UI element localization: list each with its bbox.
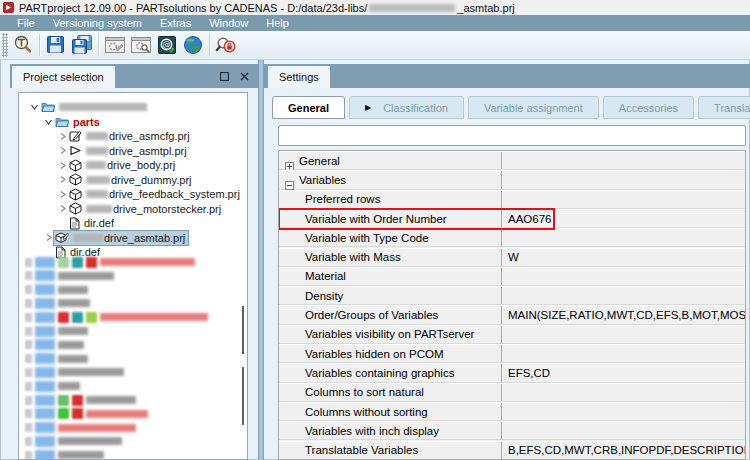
window-tools-icon[interactable] [102, 33, 128, 57]
save-all-icon[interactable] [69, 33, 95, 57]
property-row-translatable-variables[interactable]: Translatable VariablesB,EFS,CD,MWT,CRB,I… [279, 441, 745, 460]
property-value[interactable] [501, 268, 745, 285]
property-value[interactable] [501, 152, 745, 169]
property-value[interactable]: B,EFS,CD,MWT,CRB,INFOPDF,DESCRIPTION_LON… [501, 442, 745, 459]
property-value[interactable] [501, 287, 745, 304]
tab-translation[interactable]: Translation [698, 96, 750, 119]
tab-general[interactable]: General [272, 96, 345, 119]
redacted-mark [25, 313, 32, 322]
property-row-variables[interactable]: Variables [279, 170, 745, 189]
collapsed-chevron-icon[interactable] [57, 132, 68, 141]
property-value[interactable] [501, 384, 745, 401]
tree-item-redacted[interactable] [29, 100, 151, 114]
property-value[interactable] [501, 229, 745, 246]
redacted-mark [25, 396, 32, 405]
property-row-density[interactable]: Density [279, 286, 745, 305]
menu-item-window[interactable]: Window [200, 15, 257, 31]
tree-item-drive_body-prj[interactable]: drive_body.prj [57, 158, 178, 172]
search-secure-icon[interactable] [213, 33, 239, 57]
settings-tab[interactable]: Settings [268, 66, 330, 88]
globe-icon[interactable] [180, 33, 206, 57]
property-label: Variables [299, 171, 346, 188]
redacted-name-prefix [59, 103, 147, 111]
redacted-folder-icon [35, 270, 55, 281]
menu-item-extras[interactable]: Extras [151, 15, 200, 31]
tab-classification[interactable]: ▶Classification [349, 96, 464, 119]
folder-icon [55, 116, 69, 128]
tab-expand-arrow-icon[interactable]: ▶ [365, 103, 371, 112]
property-row-variable-with-mass[interactable]: Variable with MassW [279, 248, 745, 267]
collapsed-chevron-icon[interactable] [43, 233, 54, 242]
panel-splitter[interactable] [258, 60, 264, 460]
tab-variable-assignment[interactable]: Variable assignment [468, 96, 599, 119]
property-row-variables-visibility-on-partserver[interactable]: Variables visibility on PARTserver [279, 325, 745, 344]
tree-item-drive_asmtpl-prj[interactable]: drive_asmtpl.prj [57, 144, 190, 158]
tree-row-content[interactable]: drive_asmcfg.prj [68, 129, 193, 143]
collapsed-chevron-icon[interactable] [57, 175, 68, 184]
tree-row-content[interactable]: dir.def [68, 216, 117, 230]
search-project-icon[interactable] [10, 33, 36, 57]
menu-item-versioning-system[interactable]: Versioning system [44, 15, 151, 31]
tree-item-drive_dummy-prj[interactable]: drive_dummy.prj [57, 173, 195, 187]
menu-item-help[interactable]: Help [257, 15, 298, 31]
toolbar-grip[interactable] [2, 33, 8, 57]
property-row-variable-with-type-code[interactable]: Variable with Type Code [279, 228, 745, 247]
property-row-columns-without-sorting[interactable]: Columns without sorting [279, 402, 745, 421]
project-selection-tab[interactable]: Project selection [12, 66, 115, 88]
property-row-preferred-rows[interactable]: Preferred rows [279, 190, 745, 209]
property-row-order-groups-of-variables[interactable]: Order/Groups of VariablesMAIN(SIZE,RATIO… [279, 305, 745, 324]
tree-row-content[interactable]: drive_feedback_system.prj [68, 187, 243, 201]
collapsed-chevron-icon[interactable] [57, 190, 68, 199]
property-row-general[interactable]: General [279, 151, 745, 170]
empty-filter-field[interactable] [278, 125, 746, 146]
property-value[interactable]: AAO676 [501, 210, 745, 227]
tree-item-parts[interactable]: parts [43, 115, 103, 129]
maximize-panel-button[interactable] [216, 68, 232, 84]
status-badge [72, 257, 83, 268]
tree-scrollbar-thumb[interactable] [242, 306, 244, 354]
tree-row-content[interactable]: drive_dummy.prj [68, 173, 195, 187]
expanded-chevron-icon[interactable] [43, 118, 54, 126]
property-value[interactable]: MAIN(SIZE,RATIO,MWT,CD,EFS,B,MOT,MOS,MC,… [501, 306, 745, 323]
tree-item-drive_asmtab-prj[interactable]: drive_asmtab.prj [43, 231, 188, 245]
property-value[interactable] [501, 191, 745, 208]
property-row-variable-with-order-number[interactable]: Variable with Order NumberAAO676 [279, 209, 745, 228]
selected-tree-row[interactable]: drive_asmtab.prj [54, 231, 188, 245]
property-value[interactable] [501, 422, 745, 439]
collapsed-chevron-icon[interactable] [57, 161, 68, 170]
tree-scrollbar-thumb[interactable] [242, 367, 244, 425]
collapsed-chevron-icon[interactable] [57, 146, 68, 155]
property-row-variables-hidden-on-pcom[interactable]: Variables hidden on PCOM [279, 344, 745, 363]
property-label: Variable with Order Number [305, 210, 447, 227]
property-row-material[interactable]: Material [279, 267, 745, 286]
web-update-icon[interactable]: @ [154, 33, 180, 57]
property-value[interactable] [501, 345, 745, 362]
close-panel-button[interactable] [236, 68, 252, 84]
tree-row-content[interactable]: parts [54, 115, 103, 129]
collapsed-chevron-icon[interactable] [57, 204, 68, 213]
property-value[interactable]: EFS,CD [501, 364, 745, 381]
property-row-variables-containing-graphics[interactable]: Variables containing graphicsEFS,CD [279, 363, 745, 382]
tab-accessories[interactable]: Accessories [603, 96, 694, 119]
tree-item-dir-def[interactable]: dir.def [57, 216, 117, 230]
tree-row-content[interactable]: drive_body.prj [68, 158, 178, 172]
property-row-columns-to-sort-natural[interactable]: Columns to sort natural [279, 383, 745, 402]
menu-item-file[interactable]: File [8, 15, 44, 31]
tree-item-drive_asmcfg-prj[interactable]: drive_asmcfg.prj [57, 129, 193, 143]
tree-row-content[interactable]: drive_motorstecker.prj [68, 202, 224, 216]
tree-row-content[interactable] [40, 100, 151, 114]
tree-row-content[interactable]: drive_asmtpl.prj [68, 144, 190, 158]
window-search-icon[interactable] [128, 33, 154, 57]
project-tree[interactable]: partsdrive_asmcfg.prjdrive_asmtpl.prjdri… [18, 92, 248, 460]
save-icon[interactable] [43, 33, 69, 57]
tree-item-drive_motorstecker-prj[interactable]: drive_motorstecker.prj [57, 202, 224, 216]
tree-item-drive_feedback_system-prj[interactable]: drive_feedback_system.prj [57, 187, 243, 201]
property-value[interactable] [501, 171, 745, 188]
property-value[interactable]: W [501, 249, 745, 266]
redacted-mark [25, 258, 32, 267]
property-value[interactable] [501, 326, 745, 343]
property-row-variables-with-inch-display[interactable]: Variables with inch display [279, 421, 745, 440]
property-value[interactable] [501, 403, 745, 420]
expanded-chevron-icon[interactable] [29, 103, 40, 111]
property-label: Preferred rows [305, 191, 380, 208]
